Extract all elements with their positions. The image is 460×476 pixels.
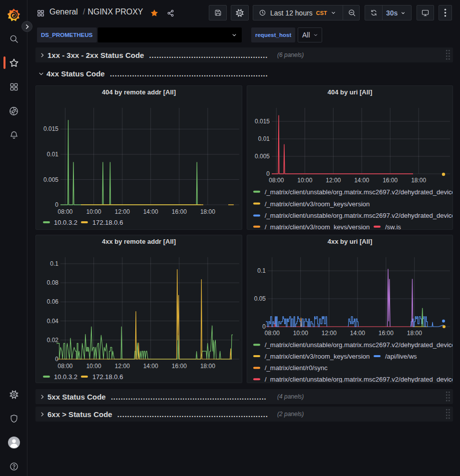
- svg-text:08:00: 08:00: [265, 330, 280, 337]
- svg-text:14:00: 14:00: [350, 330, 365, 337]
- svg-text:0.05: 0.05: [254, 295, 266, 302]
- svg-text:10:00: 10:00: [293, 330, 308, 337]
- svg-text:/_matrix/client/unstable/org.m: /_matrix/client/unstable/org.matrix.msc2…: [265, 212, 453, 219]
- svg-text:18:00: 18:00: [200, 363, 215, 370]
- svg-text:/_matrix/client/r0/sync: /_matrix/client/r0/sync: [265, 364, 328, 372]
- svg-text:08:00: 08:00: [57, 208, 72, 215]
- svg-text:/_matrix/client/v3/room_keys/v: /_matrix/client/v3/room_keys/version: [265, 353, 370, 360]
- svg-text:18:00: 18:00: [407, 330, 422, 337]
- svg-text:0.015: 0.015: [255, 118, 270, 125]
- svg-text:16:00: 16:00: [172, 363, 187, 370]
- svg-text:0: 0: [266, 170, 270, 177]
- svg-text:/api/live/ws: /api/live/ws: [385, 353, 417, 360]
- svg-text:12:00: 12:00: [322, 330, 337, 337]
- svg-text:0.02: 0.02: [47, 337, 59, 344]
- svg-text:12:00: 12:00: [115, 363, 130, 370]
- svg-text:0.04: 0.04: [47, 318, 59, 325]
- svg-text:10:00: 10:00: [86, 363, 101, 370]
- svg-text:172.18.0.6: 172.18.0.6: [92, 373, 123, 381]
- svg-text:08:00: 08:00: [269, 177, 284, 184]
- svg-text:0.08: 0.08: [47, 279, 59, 286]
- svg-text:10.0.3.2: 10.0.3.2: [54, 219, 77, 226]
- svg-text:12:00: 12:00: [115, 208, 130, 215]
- svg-text:0.005: 0.005: [43, 176, 58, 183]
- svg-text:16:00: 16:00: [379, 330, 394, 337]
- svg-text:14:00: 14:00: [143, 208, 158, 215]
- svg-text:18:00: 18:00: [411, 177, 426, 184]
- svg-text:/_matrix/client/unstable/org.m: /_matrix/client/unstable/org.matrix.msc2…: [265, 188, 453, 196]
- svg-text:0.06: 0.06: [47, 298, 59, 305]
- svg-text:0.015: 0.015: [43, 125, 58, 132]
- svg-text:08:00: 08:00: [57, 363, 72, 370]
- svg-text:/_matrix/client/v3/room_keys/v: /_matrix/client/v3/room_keys/version: [265, 200, 370, 208]
- svg-text:/sw.js: /sw.js: [385, 223, 401, 230]
- svg-text:0.01: 0.01: [258, 135, 270, 142]
- svg-text:10:00: 10:00: [297, 177, 312, 184]
- svg-text:16:00: 16:00: [172, 208, 187, 215]
- svg-text:10.0.3.2: 10.0.3.2: [54, 373, 77, 381]
- svg-text:0.005: 0.005: [255, 153, 270, 160]
- svg-text:14:00: 14:00: [354, 177, 369, 184]
- svg-text:18:00: 18:00: [200, 208, 215, 215]
- svg-text:0.1: 0.1: [257, 267, 266, 274]
- svg-text:0: 0: [55, 201, 58, 208]
- svg-text:0: 0: [262, 323, 266, 330]
- svg-text:172.18.0.6: 172.18.0.6: [92, 219, 123, 226]
- svg-text:16:00: 16:00: [383, 177, 398, 184]
- svg-text:14:00: 14:00: [143, 363, 158, 370]
- svg-text:/_matrix/client/unstable/org.m: /_matrix/client/unstable/org.matrix.msc2…: [265, 376, 453, 383]
- svg-text:0.01: 0.01: [47, 151, 59, 158]
- svg-text:/_matrix/client/unstable/org.m: /_matrix/client/unstable/org.matrix.msc2…: [265, 341, 453, 349]
- svg-text:12:00: 12:00: [326, 177, 341, 184]
- svg-text:/_matrix/client/v3/room_keys/v: /_matrix/client/v3/room_keys/version: [265, 223, 370, 230]
- svg-text:10:00: 10:00: [86, 208, 101, 215]
- svg-text:0.1: 0.1: [50, 260, 58, 267]
